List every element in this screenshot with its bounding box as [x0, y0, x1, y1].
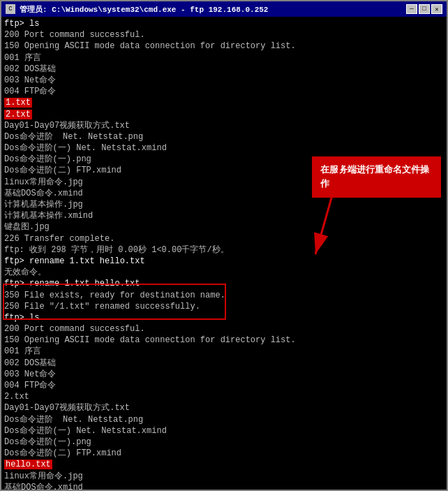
terminal-line: Dos命令进阶(一) Net. Netstat.xmind: [4, 142, 444, 154]
terminal-line: 003 Net命令: [4, 369, 444, 380]
terminal-line: 计算机基本操作.jpg: [4, 199, 444, 210]
terminal-line: 2.txt: [4, 109, 444, 120]
maximize-button[interactable]: □: [419, 4, 430, 14]
terminal-line: 003 Net命令: [4, 75, 444, 86]
terminal-line: 350 File exists, ready for destination n…: [4, 290, 444, 301]
terminal-line: Dos命令进阶(一) Net. Netstat.xmind: [4, 425, 444, 437]
terminal-line: 键盘图.jpg: [4, 221, 444, 233]
terminal-line: Dos命令进阶 Net. Netstat.png: [4, 414, 444, 425]
terminal-line: 001 序言: [4, 52, 444, 64]
terminal-line: 2.txt: [4, 391, 444, 402]
terminal-line: ftp> rename 1.txt hello.txt: [4, 278, 444, 289]
terminal-line: 004 FTP命令: [4, 380, 444, 391]
terminal-line: ftp> ls: [4, 18, 444, 29]
annotation-text: 在服务端进行重命名文件操作: [320, 165, 429, 189]
annotation-box: 在服务端进行重命名文件操作: [312, 156, 441, 198]
window: C 管理员: C:\Windows\system32\cmd.exe - ftp…: [0, 0, 448, 491]
terminal-line: 250 File "/1.txt" renamed successfully.: [4, 301, 444, 312]
terminal-line: Dos命令进阶(二) FTP.xmind: [4, 448, 444, 459]
terminal-line: linux常用命令.jpg: [4, 471, 444, 482]
terminal-line: Dos命令进阶 Net. Netstat.png: [4, 131, 444, 142]
terminal-line: ftp> ls: [4, 312, 444, 323]
terminal: 在服务端进行重命名文件操作 ftp> ls200 Port command su…: [1, 17, 447, 490]
terminal-line: Dos命令进阶(一).png: [4, 437, 444, 448]
cmd-icon: C: [6, 4, 15, 14]
close-button[interactable]: ✕: [431, 4, 442, 14]
terminal-line: 150 Opening ASCII mode data connection f…: [4, 335, 444, 346]
terminal-line: Day01-Day07视频获取方式.txt: [4, 120, 444, 131]
terminal-line: 004 FTP命令: [4, 86, 444, 97]
title-buttons: — □ ✕: [406, 4, 442, 14]
terminal-line: 1.txt: [4, 97, 444, 108]
title-bar: C 管理员: C:\Windows\system32\cmd.exe - ftp…: [1, 1, 447, 17]
terminal-line: 002 DOS基础: [4, 358, 444, 369]
terminal-line: 基础DOS命令.xmind: [4, 482, 444, 490]
terminal-line: 200 Port command successful.: [4, 323, 444, 335]
terminal-line: 无效命令。: [4, 267, 444, 278]
terminal-line: 计算机基本操作.xmind: [4, 210, 444, 221]
terminal-line: ftp: 收到 298 字节，用时 0.00秒 1<0.00千字节/秒。: [4, 244, 444, 256]
window-title: 管理员: C:\Windows\system32\cmd.exe - ftp 1…: [20, 4, 268, 15]
terminal-line: hello.txt: [4, 459, 444, 470]
terminal-line: 226 Transfer complete.: [4, 233, 444, 244]
terminal-line: 001 序言: [4, 346, 444, 357]
terminal-content: ftp> ls200 Port command successful.150 O…: [4, 18, 444, 490]
minimize-button[interactable]: —: [406, 4, 417, 14]
terminal-line: 200 Port command successful.: [4, 29, 444, 41]
terminal-line: 002 DOS基础: [4, 64, 444, 75]
title-bar-left: C 管理员: C:\Windows\system32\cmd.exe - ftp…: [6, 4, 268, 15]
terminal-line: Day01-Day07视频获取方式.txt: [4, 402, 444, 413]
terminal-line: 150 Opening ASCII mode data connection f…: [4, 41, 444, 52]
terminal-line: ftp> renname 1.txt hello.txt: [4, 256, 444, 267]
